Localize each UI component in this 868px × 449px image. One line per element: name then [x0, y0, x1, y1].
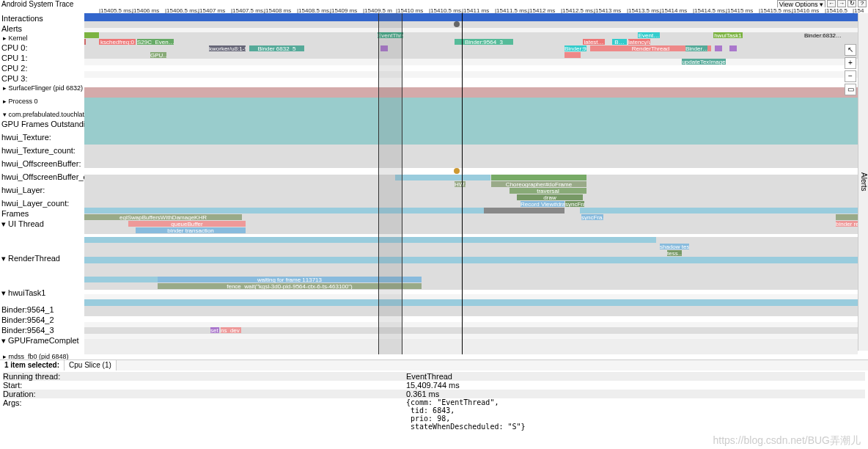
trace-slice[interactable]: queueBuffer: [128, 221, 246, 227]
sidebar: Interactions Alerts ▸ Kernel CPU 0: CPU …: [0, 13, 84, 415]
start-label: Start:: [3, 381, 406, 390]
trace-slice[interactable]: Binder:6832…: [795, 32, 850, 38]
trace-slice[interactable]: syncFra…: [565, 201, 584, 207]
trace-slice[interactable]: [84, 237, 656, 243]
trace-slice[interactable]: binder recv…: [836, 221, 858, 227]
duration-value: 0.361 ms: [406, 390, 865, 398]
surfaceflinger-row[interactable]: ▸ SurfaceFlinger (pid 6832): [0, 84, 84, 92]
binder3-row[interactable]: Binder:9564_3: [0, 325, 84, 335]
trace-slice[interactable]: Choreographer#doFrame: [491, 181, 586, 187]
nav-back-button[interactable]: ←: [827, 0, 836, 7]
trace-slice[interactable]: Record View#draw(): [521, 201, 564, 207]
gpu-frames-row[interactable]: GPU Frames Outstanding:: [0, 119, 84, 129]
trace-slice[interactable]: Binder…: [685, 45, 707, 51]
kernel-row[interactable]: ▸ Kernel: [0, 34, 84, 43]
hwui-texture-row[interactable]: hwui_Texture:: [0, 132, 84, 142]
trace-slice[interactable]: HW…: [455, 181, 466, 187]
trace-slice[interactable]: [395, 175, 490, 180]
alerts-row[interactable]: Alerts: [0, 23, 84, 34]
app-title: Android System Trace: [1, 0, 73, 8]
process0-row[interactable]: ▸ Process 0: [0, 97, 84, 106]
hwui-offscreen-row[interactable]: hwui_OffscreenBuffer:: [0, 158, 84, 169]
time-ruler[interactable]: |15405.5 ms, |15406 ms |15406.5 ms, |154…: [84, 7, 858, 13]
trace-slice[interactable]: Binder:9564_3: [455, 39, 513, 45]
trace-slice[interactable]: [729, 45, 737, 51]
zoom-in-icon[interactable]: +: [845, 57, 856, 69]
trace-slice[interactable]: [564, 52, 581, 58]
touchlatency-row[interactable]: ▾ com.prefabulated.touchlatency (pid 956…: [0, 110, 84, 119]
rect-tool-icon[interactable]: ▭: [845, 84, 856, 95]
trace-slice[interactable]: Event…: [638, 32, 660, 38]
trace-slice[interactable]: syncFra…: [581, 214, 603, 220]
trace-slice[interactable]: S29C_Even…: [137, 39, 174, 45]
trace-slice[interactable]: tess…: [667, 250, 682, 256]
frame-dot-icon[interactable]: [454, 168, 460, 174]
hwui-task-row[interactable]: ▾ hwuiTask1: [0, 288, 84, 299]
trace-slice[interactable]: latency/u8:…: [628, 39, 650, 45]
help-button[interactable]: ?: [858, 0, 867, 7]
trace-slice[interactable]: [580, 208, 858, 213]
trace-slice[interactable]: binder transaction: [136, 227, 246, 233]
pointer-tool-icon[interactable]: ↖: [845, 44, 856, 56]
alerts-tab[interactable]: Alerts: [858, 13, 868, 351]
binder1-row[interactable]: Binder:9564_1: [0, 304, 84, 315]
render-thread-row[interactable]: ▾ RenderThread: [0, 253, 84, 264]
trace-slice[interactable]: B…: [612, 39, 627, 45]
tab-cpu-slice[interactable]: Cpu Slice (1): [65, 360, 117, 370]
hwui-layer-row[interactable]: hwui_Layer:: [0, 185, 84, 195]
cpu2-row[interactable]: CPU 2:: [0, 63, 84, 73]
selection-range[interactable]: [378, 13, 402, 354]
trace-slice[interactable]: latest…: [583, 39, 605, 45]
args-label: Args:: [3, 398, 406, 431]
trace-slice[interactable]: kworker/u8:1-9…: [209, 45, 246, 51]
frames-row[interactable]: Frames: [0, 208, 84, 219]
trace-slice[interactable]: [715, 45, 722, 51]
reload-button[interactable]: ↻: [847, 0, 856, 7]
trace-slice[interactable]: GPU…: [150, 52, 166, 58]
trace-slice[interactable]: traversal: [510, 188, 586, 194]
trace-slice[interactable]: eglSwapBuffersWithDamageKHR: [84, 214, 242, 220]
interactions-row[interactable]: Interactions: [0, 13, 84, 23]
trace-slice[interactable]: [836, 214, 858, 220]
playhead-cursor[interactable]: [462, 13, 463, 354]
hwui-offscreen-count-row[interactable]: hwui_OffscreenBuffer_count:: [0, 172, 84, 182]
trace-area[interactable]: EventThread Event… hwuiTask1 Binder:6832…: [84, 13, 858, 354]
trace-slice[interactable]: [484, 208, 564, 213]
hwui-texture-count-row[interactable]: hwui_Texture_count:: [0, 145, 84, 156]
zoom-out-icon[interactable]: −: [845, 70, 856, 82]
duration-label: Duration:: [3, 390, 406, 398]
trace-slice[interactable]: [84, 32, 99, 38]
trace-slice[interactable]: updateTexImage: [682, 59, 726, 65]
start-value: 15,409.744 ms: [406, 381, 865, 390]
cpu0-row[interactable]: CPU 0:: [0, 43, 84, 53]
cpu1-row[interactable]: CPU 1:: [0, 53, 84, 63]
args-value: {comm: "EventThread", tid: 6843, prio: 9…: [406, 398, 865, 431]
trace-slice[interactable]: hwuiTask1: [713, 32, 743, 38]
running-thread-value: EventThread: [406, 372, 865, 381]
alert-dot-icon[interactable]: [454, 21, 460, 27]
gpu-frame-complet-row[interactable]: ▾ GPUFrameComplet: [0, 335, 84, 346]
trace-slice[interactable]: draw: [517, 194, 583, 200]
trace-slice[interactable]: set…: [210, 327, 219, 333]
tab-selected[interactable]: 1 item selected:: [0, 360, 65, 370]
running-thread-label: Running thread:: [3, 372, 406, 381]
trace-slice[interactable]: [84, 208, 484, 213]
hwui-layer-count-row[interactable]: hwui_Layer_count:: [0, 198, 84, 208]
trace-slice[interactable]: shadow tess…: [660, 244, 689, 249]
ui-thread-row[interactable]: ▾ UI Thread: [0, 219, 84, 230]
watermark: https://blog.csdn.net/BUG弄潮儿: [713, 434, 861, 448]
trace-slice[interactable]: ns_dev_…: [221, 327, 241, 333]
binder2-row[interactable]: Binder:9564_2: [0, 315, 84, 325]
trace-slice[interactable]: [84, 39, 86, 45]
toolbar: ↖ + − ▭: [845, 44, 856, 95]
trace-slice[interactable]: kschedfreq:0: [99, 39, 136, 45]
trace-slice[interactable]: Binder 6832_5: [249, 45, 304, 51]
cpu3-row[interactable]: CPU 3:: [0, 73, 84, 84]
nav-fwd-button[interactable]: →: [837, 0, 846, 7]
trace-slice[interactable]: Binder:98…: [564, 45, 586, 51]
trace-slice[interactable]: [491, 175, 586, 180]
